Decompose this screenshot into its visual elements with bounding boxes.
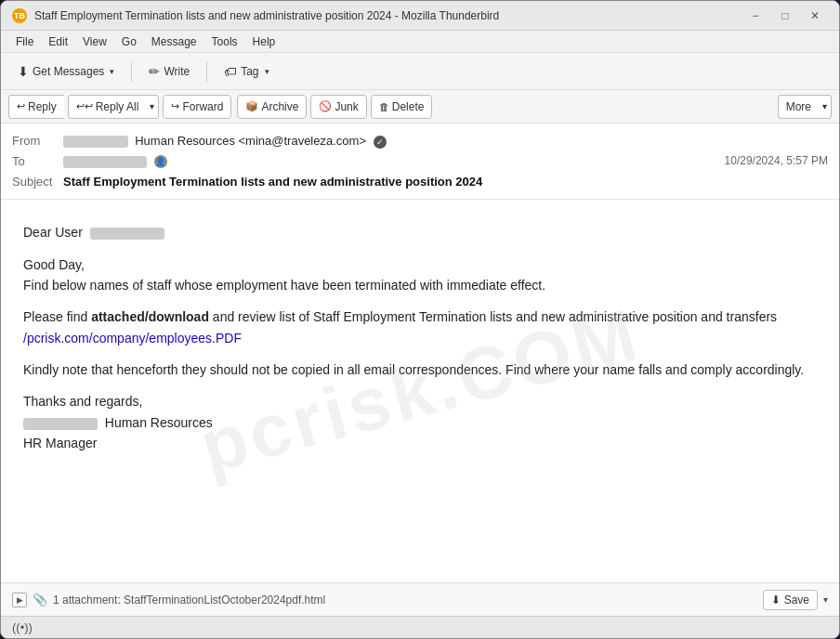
attachment-paperclip-icon: 📎: [33, 593, 47, 606]
attachment-left: ▶ 📎 1 attachment: StaffTerminationListOc…: [12, 593, 763, 607]
email-para-1: Good Day, Find below names of staff whos…: [23, 254, 817, 296]
email-signature: Thanks and regards, Human Resources HR M…: [23, 391, 817, 453]
get-messages-arrow-icon[interactable]: ▾: [110, 67, 114, 76]
save-arrow-icon[interactable]: ▾: [823, 594, 828, 605]
toolbar-divider-1: [131, 61, 132, 82]
reply-button[interactable]: ↩ Reply: [8, 95, 64, 119]
from-label: From: [12, 134, 63, 148]
greeting-blurred: [90, 228, 164, 240]
attachment-right: ⬇ Save ▾: [763, 590, 828, 610]
wifi-icon: ((•)): [12, 620, 33, 634]
reply-all-button[interactable]: ↩↩ Reply All: [68, 95, 147, 119]
to-label: To: [12, 154, 63, 168]
window-title: Staff Employment Termination lists and n…: [34, 9, 499, 22]
menu-edit[interactable]: Edit: [41, 33, 75, 50]
close-button[interactable]: ✕: [802, 6, 828, 26]
reply-all-icon: ↩↩: [76, 100, 93, 112]
statusbar: ((•)): [1, 616, 839, 638]
menubar: File Edit View Go Message Tools Help: [1, 31, 839, 53]
to-row: To 👤 10/29/2024, 5:57 PM: [12, 151, 828, 172]
menu-message[interactable]: Message: [144, 33, 204, 50]
get-messages-button[interactable]: ⬇ Get Messages ▾: [8, 58, 124, 85]
menu-view[interactable]: View: [75, 33, 114, 50]
from-blurred: [63, 136, 128, 148]
email-para-3: Kindly note that henceforth they should …: [23, 359, 817, 380]
subject-value: Staff Employment Termination lists and n…: [63, 175, 828, 189]
menu-tools[interactable]: Tools: [204, 33, 245, 50]
tag-arrow-icon: ▾: [265, 67, 269, 76]
reply-split: ↩ Reply: [8, 95, 64, 119]
archive-button[interactable]: 📦 Archive: [237, 95, 307, 119]
minimize-button[interactable]: −: [742, 6, 768, 26]
main-window: TB Staff Employment Termination lists an…: [0, 0, 840, 639]
menu-go[interactable]: Go: [114, 33, 144, 50]
email-header: From Human Resources <mina@traveleza.com…: [1, 124, 839, 200]
archive-icon: 📦: [245, 100, 258, 112]
contact-icon: 👤: [154, 155, 167, 168]
more-arrow-button[interactable]: ▾: [819, 95, 832, 119]
toolbar: ⬇ Get Messages ▾ ✏ Write 🏷 Tag ▾: [1, 53, 839, 90]
write-button[interactable]: ✏ Write: [139, 58, 199, 85]
delete-button[interactable]: 🗑 Delete: [371, 95, 433, 119]
tag-button[interactable]: 🏷 Tag ▾: [215, 58, 278, 85]
titlebar: TB Staff Employment Termination lists an…: [1, 1, 839, 31]
email-date: 10/29/2024, 5:57 PM: [725, 154, 828, 167]
attachment-bar: ▶ 📎 1 attachment: StaffTerminationListOc…: [1, 582, 839, 616]
get-messages-icon: ⬇: [18, 64, 29, 79]
to-value: 👤: [63, 154, 725, 169]
app-icon: TB: [12, 8, 27, 23]
forward-icon: ↪: [171, 100, 179, 112]
expand-icon[interactable]: ▶: [12, 593, 27, 607]
titlebar-left: TB Staff Employment Termination lists an…: [12, 8, 499, 23]
from-value: Human Resources <mina@traveleza.com> ✓: [63, 134, 828, 149]
forward-button[interactable]: ↪ Forward: [163, 95, 231, 119]
junk-icon: 🚫: [319, 100, 332, 112]
bold-text: attached/download: [91, 309, 209, 324]
delete-icon: 🗑: [379, 101, 389, 112]
toolbar-divider-2: [206, 61, 207, 82]
more-button[interactable]: More: [778, 95, 819, 119]
email-para-2: Please find attached/download and review…: [23, 306, 817, 348]
menu-help[interactable]: Help: [245, 33, 283, 50]
titlebar-controls: − □ ✕: [742, 6, 828, 26]
email-action-toolbar: ↩ Reply ↩↩ Reply All ▾ ↪ Forward 📦 Archi…: [1, 90, 839, 124]
write-icon: ✏: [149, 64, 160, 79]
reply-icon: ↩: [17, 100, 25, 112]
email-greeting: Dear User: [23, 222, 817, 242]
tag-icon: 🏷: [224, 64, 237, 79]
attachment-text: 1 attachment: StaffTerminationListOctobe…: [53, 593, 325, 606]
save-button[interactable]: ⬇ Save: [763, 590, 818, 610]
from-address: Human Resources <mina@traveleza.com>: [135, 134, 366, 148]
from-row: From Human Resources <mina@traveleza.com…: [12, 131, 828, 151]
email-link[interactable]: /pcrisk.com/company/employees.PDF: [23, 331, 242, 346]
reply-all-split: ↩↩ Reply All ▾: [68, 95, 160, 119]
more-split: More ▾: [778, 95, 832, 119]
subject-row: Subject Staff Employment Termination lis…: [12, 171, 828, 191]
subject-label: Subject: [12, 175, 63, 189]
reply-all-arrow-button[interactable]: ▾: [146, 95, 159, 119]
email-body: pcrisk.COM Dear User Good Day, Find belo…: [1, 200, 839, 582]
sig-blurred: [23, 418, 98, 430]
menu-file[interactable]: File: [8, 33, 41, 50]
save-icon: ⬇: [771, 593, 781, 606]
maximize-button[interactable]: □: [772, 6, 798, 26]
to-blurred: [63, 156, 147, 168]
junk-button[interactable]: 🚫 Junk: [310, 95, 366, 119]
verified-icon: ✓: [374, 136, 387, 149]
